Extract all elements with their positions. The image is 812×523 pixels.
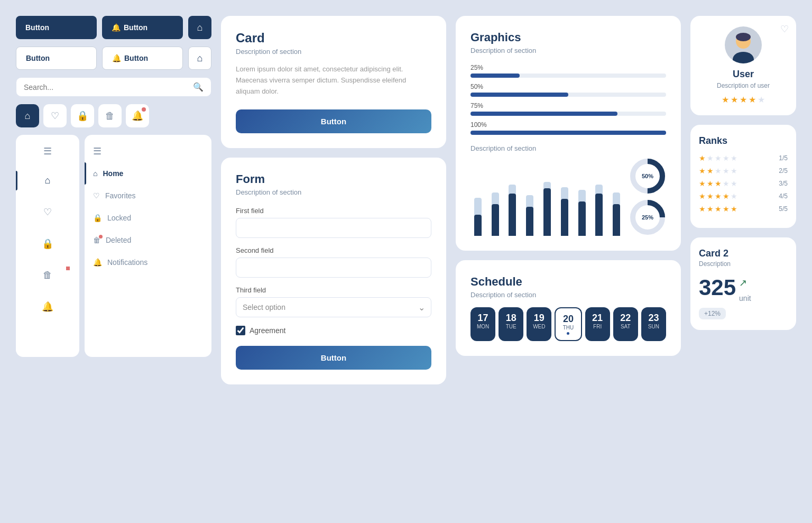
lock-nav-icon: 🔒 [93, 214, 102, 222]
progress-label-75: 75% [470, 102, 666, 109]
home-icon: ⌂ [197, 22, 203, 33]
star-4: ★ [749, 95, 756, 105]
bar-5 [540, 182, 555, 236]
menu-icon-full[interactable]: ☰ [85, 143, 211, 162]
sidebar-mini-home[interactable]: ⌂ [16, 171, 79, 190]
col2: Card Description of section Lorem ipsum … [221, 16, 446, 384]
sidebar-mini-bell[interactable]: 🔔 [16, 297, 79, 317]
bar-7 [575, 190, 589, 236]
cal-day-17[interactable]: 17 MON [470, 307, 495, 341]
progress-label-100: 100% [470, 121, 666, 129]
bar-3 [505, 185, 520, 236]
rank-label-3: 3/5 [779, 180, 788, 187]
solid-button-1[interactable]: Button [16, 16, 97, 39]
bar-1 [470, 198, 485, 236]
ranks-card: Ranks ★ ★ ★ ★ ★ 1/5 ★ ★ ★ ★ ★ [690, 125, 796, 228]
trash-icon-btn[interactable]: 🗑 [98, 104, 122, 127]
bar-front-4 [526, 207, 533, 236]
rank-stars-2: ★ ★ ★ ★ ★ [699, 167, 737, 175]
card-subtitle: Description of section [236, 48, 431, 56]
cal-day-21[interactable]: 21 FRI [585, 307, 610, 341]
schedule-panel: Schedule Description of section 17 MON 1… [456, 260, 681, 356]
search-input[interactable] [24, 83, 189, 91]
bell-icon-btn[interactable]: 🔔 [126, 104, 149, 127]
button-row-1: Button 🔔 Button ⌂ [16, 16, 211, 39]
cal-day-19[interactable]: 19 WED [527, 307, 551, 341]
bar-chart [470, 183, 624, 236]
lock-icon-btn[interactable]: 🔒 [71, 104, 94, 127]
bar-4 [522, 195, 537, 236]
third-field-label: Third field [236, 286, 431, 294]
rank-stars-5: ★ ★ ★ ★ ★ [699, 205, 737, 213]
bar-front-1 [474, 215, 482, 236]
cal-day-18[interactable]: 18 TUE [499, 307, 523, 341]
star-3: ★ [740, 95, 747, 105]
sidebar-full-locked[interactable]: 🔒 Locked [85, 207, 211, 229]
menu-icon-mini[interactable]: ☰ [43, 143, 52, 159]
heart-icon-btn[interactable]: ♡ [43, 104, 67, 127]
trash-nav-icon: 🗑 [93, 236, 100, 244]
user-rating: ★ ★ ★ ★ ★ [699, 95, 788, 105]
first-field-input[interactable] [236, 218, 431, 238]
progress-bg-100 [470, 131, 666, 135]
trash-badge [66, 267, 70, 270]
schedule-subtitle: Description of section [470, 291, 666, 299]
progress-50: 50% [470, 83, 666, 97]
graphics-panel: Graphics Description of section 25% 50% … [456, 16, 681, 251]
form-button[interactable]: Button [236, 346, 431, 370]
home-icon-btn[interactable]: ⌂ [16, 104, 39, 127]
svg-point-5 [736, 33, 751, 41]
sidebar-mini-heart[interactable]: ♡ [16, 202, 79, 222]
cal-day-22[interactable]: 22 SAT [613, 307, 638, 341]
calendar-row: 17 MON 18 TUE 19 WED 20 THU 21 [470, 307, 666, 341]
bar-6 [557, 187, 572, 236]
sidebar-full-deleted[interactable]: 🗑 Deleted [85, 229, 211, 251]
donut-area: 50% 25% [629, 158, 666, 236]
sidebar-row: ☰ ⌂ ♡ 🔒 🗑 🔔 ☰ ⌂ Home ♡ Favorit [16, 135, 211, 357]
home-outline-button[interactable]: ⌂ [188, 47, 211, 70]
notifications-nav-label: Notifications [107, 258, 147, 267]
bar-front-6 [561, 199, 568, 236]
card2-trend-icon: ↗ [739, 277, 747, 289]
agreement-checkbox[interactable] [236, 326, 245, 335]
rank-label-4: 4/5 [779, 192, 788, 200]
home-solid-button[interactable]: ⌂ [188, 16, 211, 39]
card-button[interactable]: Button [236, 109, 431, 133]
bell-nav-icon: 🔔 [93, 258, 102, 267]
sidebar-full-home[interactable]: ⌂ Home [85, 162, 211, 185]
graphics-title: Graphics [470, 31, 666, 44]
rank-label-1: 1/5 [779, 154, 788, 162]
progress-fill-75 [470, 112, 617, 116]
card2-unit: unit [739, 294, 751, 302]
agreement-row: Agreement [236, 326, 431, 335]
bar-front-2 [492, 204, 499, 236]
sidebar-mini-lock[interactable]: 🔒 [16, 234, 79, 254]
icon-button-row: ⌂ ♡ 🔒 🗑 🔔 [16, 104, 211, 127]
solid-button-2[interactable]: 🔔 Button [102, 16, 183, 39]
favorites-nav-label: Favorites [105, 191, 136, 200]
bar-front-9 [613, 204, 620, 236]
cal-day-20[interactable]: 20 THU [555, 307, 582, 341]
rank-label-5: 5/5 [779, 205, 788, 213]
heart-icon[interactable]: ♡ [780, 23, 789, 35]
card2-value-row: 325 ↗ unit [699, 273, 788, 302]
sidebar-full-notifications[interactable]: 🔔 Notifications [85, 251, 211, 273]
col3: Graphics Description of section 25% 50% … [456, 16, 681, 384]
bar-front-5 [543, 188, 551, 236]
sidebar-mini-trash[interactable]: 🗑 [16, 265, 79, 285]
outline-button-1[interactable]: Button [16, 47, 97, 70]
bar-9 [609, 192, 624, 236]
cal-day-23[interactable]: 23 SUN [641, 307, 666, 341]
sidebar-full-favorites[interactable]: ♡ Favorites [85, 185, 211, 207]
second-field-input[interactable] [236, 258, 431, 278]
deleted-badge [99, 235, 103, 238]
notification-badge [142, 107, 146, 112]
user-card: ♡ User Description of user ★ ★ ★ ★ ★ [690, 16, 796, 115]
select-option[interactable]: Select option Option 1 Option 2 [236, 297, 431, 317]
locked-nav-label: Locked [107, 214, 131, 222]
outline-button-2[interactable]: 🔔 Button [102, 47, 183, 70]
card2-number: 325 [699, 275, 736, 300]
svg-point-6 [733, 52, 754, 63]
left-column: Button 🔔 Button ⌂ Button 🔔 Button ⌂ 🔍 [16, 16, 211, 384]
chart-subtitle: Description of section [470, 144, 666, 152]
